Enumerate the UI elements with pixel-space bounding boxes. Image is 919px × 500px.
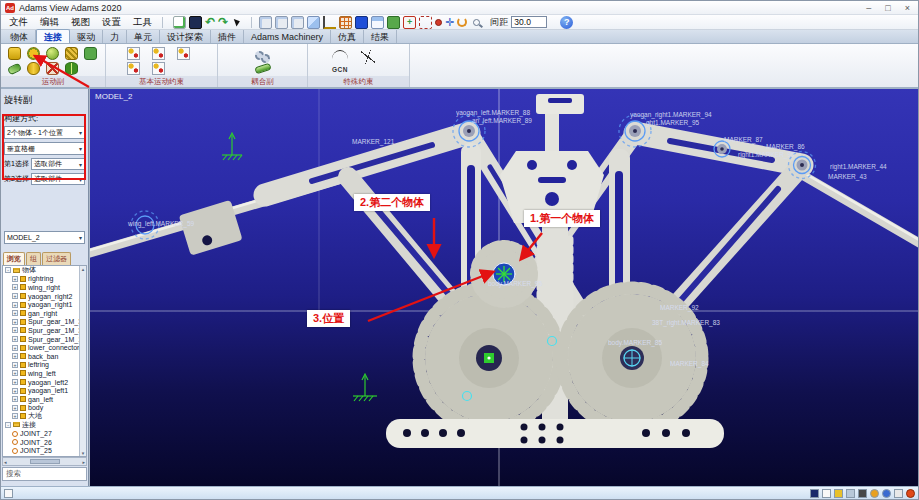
menu-settings[interactable]: 设置 xyxy=(96,16,127,29)
top-bracket[interactable] xyxy=(536,94,584,114)
coords-icon[interactable] xyxy=(882,489,891,498)
tree-item[interactable]: +Spur_gear_1M_38T xyxy=(3,326,86,335)
orientation-icon[interactable] xyxy=(177,47,190,60)
menu-view[interactable]: 视图 xyxy=(65,16,96,29)
collapse-icon[interactable]: - xyxy=(5,422,11,428)
tree-item[interactable]: +wing_right xyxy=(3,283,86,292)
center-view-icon[interactable]: + xyxy=(403,16,416,29)
menu-file[interactable]: 文件 xyxy=(3,16,34,29)
second-selection-dropdown[interactable]: 选取部件▾ xyxy=(31,173,85,185)
menu-edit[interactable]: 编辑 xyxy=(34,16,65,29)
tree-item[interactable]: +leftring xyxy=(3,361,86,370)
screenshot-icon[interactable] xyxy=(371,16,384,29)
scrollbar-thumb[interactable] xyxy=(30,459,60,464)
tab-forces[interactable]: 力 xyxy=(103,30,127,43)
revolute-joint-icon[interactable] xyxy=(27,47,40,60)
construction-dropdown[interactable]: 2个物体 - 1个位置▾ xyxy=(4,126,85,139)
menu-tools[interactable]: 工具 xyxy=(127,16,158,29)
tree-item[interactable]: +yaogan_right2 xyxy=(3,292,86,301)
pan-icon[interactable]: ✛ xyxy=(445,16,454,29)
tree-folder-bodies[interactable]: - 物体 xyxy=(3,266,86,275)
view-right-icon[interactable] xyxy=(291,16,304,29)
grid-snap-icon[interactable] xyxy=(834,489,843,498)
curve-curve-icon[interactable] xyxy=(332,50,348,59)
spacing-input[interactable]: 30.0 xyxy=(511,16,547,28)
tree-item[interactable]: +wing_left xyxy=(3,369,86,378)
tab-adams-machinery[interactable]: Adams Machinery xyxy=(244,30,331,43)
tree-item[interactable]: +gan_right xyxy=(3,309,86,318)
undo-icon[interactable]: ↶ xyxy=(205,16,215,29)
inline-icon[interactable] xyxy=(152,47,165,60)
lock-joint-icon[interactable] xyxy=(8,47,21,60)
perpendicular-icon[interactable] xyxy=(127,62,140,75)
color-swatch-icon[interactable] xyxy=(355,16,368,29)
save-icon[interactable] xyxy=(189,16,202,29)
edit-icon[interactable] xyxy=(858,489,867,498)
tree-item[interactable]: +lower_connector xyxy=(3,343,86,352)
3d-viewport[interactable]: MODEL_2 yaogan_left.MARKER_88 an_left.MA… xyxy=(89,89,918,486)
tab-results[interactable]: 结果 xyxy=(364,30,397,43)
tab-motions[interactable]: 驱动 xyxy=(70,30,103,43)
help-icon[interactable]: ? xyxy=(560,16,573,29)
tree-item[interactable]: +back_ban xyxy=(3,352,86,361)
base-bar[interactable] xyxy=(386,419,724,448)
tree-item[interactable]: +yaogan_right1 xyxy=(3,300,86,309)
tree-item-joint[interactable]: JOINT_24 xyxy=(3,455,86,457)
tab-connectors[interactable]: 连接 xyxy=(36,29,70,43)
tree-item-joint[interactable]: JOINT_25 xyxy=(3,446,86,455)
select-box-icon[interactable] xyxy=(419,16,432,29)
pointer-icon[interactable] xyxy=(822,489,831,498)
tree-item[interactable]: +body xyxy=(3,404,86,413)
orientation-dropdown[interactable]: 垂直格栅▾ xyxy=(4,142,85,155)
tree-item-joint[interactable]: JOINT_27 xyxy=(3,429,86,438)
gcon-constraint-label[interactable]: GCN xyxy=(332,66,356,73)
view-iso-icon[interactable] xyxy=(307,16,320,29)
tab-bodies[interactable]: 物体 xyxy=(3,30,36,43)
planar-joint-icon[interactable] xyxy=(84,47,97,60)
view-top-icon[interactable] xyxy=(275,16,288,29)
spur-gear-left[interactable] xyxy=(419,288,559,428)
layers-icon[interactable] xyxy=(846,489,855,498)
tree-item[interactable]: +yaogan_left2 xyxy=(3,378,86,387)
tab-browse[interactable]: 浏览 xyxy=(3,252,25,265)
tab-groups[interactable]: 组 xyxy=(26,252,41,265)
first-selection-dropdown[interactable]: 选取部件▾ xyxy=(31,158,85,170)
grid-icon[interactable] xyxy=(339,16,352,29)
tree-item[interactable]: +Spur_gear_1M_38T xyxy=(3,318,86,327)
cursor-icon[interactable] xyxy=(234,17,241,26)
redo-icon[interactable]: ↷ xyxy=(218,16,228,29)
tree-item-ground[interactable]: +大地 xyxy=(3,412,86,421)
rotate-view-icon[interactable] xyxy=(457,17,467,27)
zoom-icon[interactable] xyxy=(470,16,483,29)
tree-horizontal-scrollbar[interactable]: ◂ ▸ xyxy=(2,457,87,466)
minimize-button[interactable]: – xyxy=(866,3,871,13)
gear-pair-icon[interactable] xyxy=(255,51,270,63)
tree-search-input[interactable]: 搜索 xyxy=(2,467,87,481)
coupler-icon[interactable] xyxy=(254,62,271,74)
info-icon[interactable] xyxy=(894,489,903,498)
tree-item-joint[interactable]: JOINT_26 xyxy=(3,438,86,447)
screw-joint-icon[interactable] xyxy=(65,47,78,60)
constant-velocity-joint-icon[interactable] xyxy=(65,62,78,75)
translational-joint-icon[interactable] xyxy=(7,63,22,76)
tree-folder-connections[interactable]: - 连接 xyxy=(3,421,86,430)
tree-vertical-scrollbar[interactable]: ▴ ▾ xyxy=(79,266,86,456)
spherical-joint-icon[interactable] xyxy=(46,47,59,60)
maximize-button[interactable]: □ xyxy=(885,3,890,13)
tab-design-exploration[interactable]: 设计探索 xyxy=(160,30,211,43)
cylindrical-joint-icon[interactable] xyxy=(27,62,40,75)
status-left-icon[interactable] xyxy=(4,489,13,498)
tab-plugins[interactable]: 插件 xyxy=(211,30,244,43)
close-button[interactable]: × xyxy=(905,3,910,13)
model-selector-dropdown[interactable]: MODEL_2▾ xyxy=(4,231,85,244)
record-dot-icon[interactable] xyxy=(435,19,442,26)
tree-item[interactable]: +Spur_gear_1M_15T xyxy=(3,335,86,344)
inplane-icon[interactable] xyxy=(152,62,165,75)
tab-elements[interactable]: 单元 xyxy=(127,30,160,43)
record-icon[interactable] xyxy=(906,489,915,498)
axes-icon[interactable] xyxy=(323,16,336,29)
model-tree-icon[interactable] xyxy=(810,489,819,498)
tree-item[interactable]: +rightring xyxy=(3,275,86,284)
model-tree[interactable]: - 物体 +rightring +wing_right +yaogan_righ… xyxy=(2,265,87,457)
tab-simulation[interactable]: 仿真 xyxy=(331,30,364,43)
